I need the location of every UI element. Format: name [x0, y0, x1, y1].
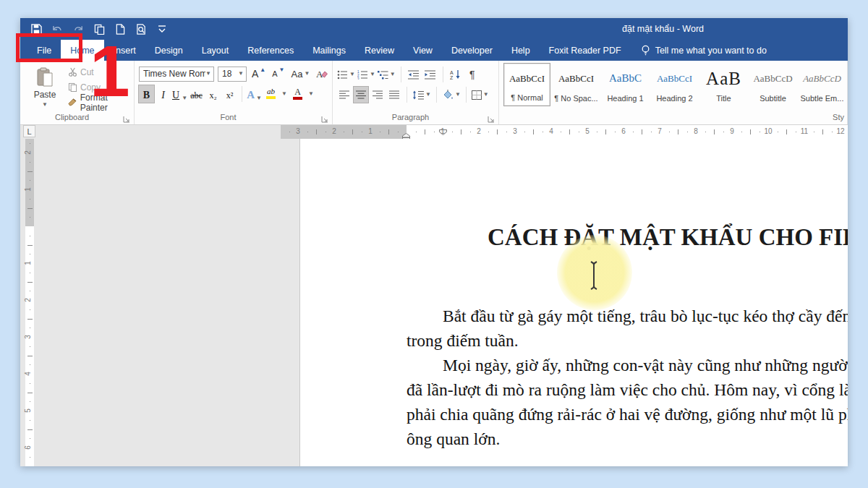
justify-icon [389, 90, 399, 99]
style-label: ¶ No Spac... [554, 94, 597, 103]
document-line: Bắt đầu từ gà gáy một tiếng, trâu bò lục… [443, 307, 848, 326]
shading-icon [442, 90, 454, 100]
shrink-font-button[interactable]: A▼ [271, 66, 286, 82]
ribbon: Paste ▼ Cut Copy Format Painter Clipboar… [20, 61, 848, 125]
ribbon-tab[interactable]: Design [145, 40, 192, 61]
font-name-dropdown-icon[interactable]: ▼ [205, 71, 211, 77]
annotation-step-number: 1 [90, 35, 130, 107]
ribbon-tab[interactable]: Developer [442, 40, 502, 61]
svg-text:A: A [316, 69, 323, 80]
style-card[interactable]: AaBbCcI Heading 2 [651, 63, 698, 106]
highlight-glyph: ab [267, 87, 275, 95]
align-left-icon [339, 90, 349, 99]
increase-indent-icon [425, 70, 435, 80]
clipboard-dialog-launcher-icon[interactable] [123, 113, 132, 121]
ribbon-tab[interactable]: Review [355, 40, 404, 61]
multilevel-list-button[interactable]: ▼ [378, 67, 396, 82]
text-highlight-button[interactable]: ab [263, 85, 278, 103]
pilcrow-glyph: ¶ [469, 69, 475, 80]
title-bar: đặt mật khẩu - Word [20, 18, 848, 40]
document-canvas[interactable]: CÁCH ĐẶT MẬT KHẨU CHO FILE Bắt đầu từ gà… [20, 139, 848, 466]
bullets-button[interactable]: ▼ [337, 67, 355, 82]
superscript-button[interactable]: x² [222, 85, 237, 103]
borders-button[interactable]: ▼ [472, 87, 489, 103]
document-line: Mọi ngày, giờ ấy, những con-vật này cũng… [443, 356, 848, 375]
ribbon-tab[interactable]: References [238, 40, 303, 61]
grow-font-glyph: A [252, 68, 258, 80]
tab-selector[interactable]: L [23, 125, 35, 137]
decrease-indent-icon [408, 70, 419, 80]
customize-qat-icon[interactable] [156, 23, 168, 35]
text-cursor-icon [588, 260, 600, 291]
align-center-button[interactable] [354, 87, 368, 103]
style-card[interactable]: AaB Title [700, 63, 747, 106]
align-right-button[interactable] [370, 87, 385, 103]
shading-button[interactable]: ▼ [442, 87, 461, 103]
show-formatting-button[interactable]: ¶ [465, 67, 480, 82]
style-label: Subtitle [760, 94, 786, 103]
style-card[interactable]: AaBbCcD Subtitle [749, 63, 796, 106]
align-left-button[interactable] [337, 87, 352, 103]
style-card[interactable]: AaBbCcD Subtle Em... [799, 63, 846, 106]
ribbon-tab[interactable]: Mailings [303, 40, 355, 61]
lightbulb-icon [641, 45, 650, 56]
svg-text:A: A [450, 70, 454, 75]
sort-button[interactable]: AZ [448, 67, 463, 82]
style-label: Heading 1 [607, 94, 643, 103]
font-size-combobox[interactable]: 18 ▼ [218, 67, 247, 82]
font-group: Times New Roma ▼ 18 ▼ A▲ A▼ Aa▼ A B I U▼… [135, 61, 333, 124]
bold-glyph: B [143, 90, 150, 101]
ribbon-tab[interactable]: Foxit Reader PDF [540, 40, 631, 61]
shrink-font-glyph: A [272, 69, 277, 78]
strikethrough-button[interactable]: abc [189, 85, 204, 103]
tell-me-box[interactable]: Tell me what you want to do [641, 40, 767, 61]
style-card[interactable]: AaBbCcI ¶ No Spac... [553, 63, 600, 106]
vertical-ruler[interactable]: 21123456 [20, 139, 36, 466]
clear-formatting-button[interactable]: A [315, 66, 329, 82]
paste-dropdown-icon[interactable]: ▼ [42, 102, 48, 108]
decrease-indent-button[interactable] [407, 67, 421, 82]
align-right-icon [373, 90, 383, 99]
font-size-dropdown-icon[interactable]: ▼ [238, 71, 244, 77]
subscript-button[interactable]: x₂ [205, 85, 221, 103]
text-effects-button[interactable]: A▼ [247, 85, 262, 103]
styles-gallery: AaBbCcI ¶ Normal AaBbCcI ¶ No Spac... Aa… [503, 63, 846, 106]
style-card[interactable]: AaBbCcI ¶ Normal [503, 63, 550, 106]
change-case-glyph: Aa [292, 69, 303, 80]
ribbon-tab[interactable]: Layout [192, 40, 239, 61]
italic-button[interactable]: I [156, 85, 171, 103]
print-preview-icon[interactable] [135, 23, 147, 35]
font-dialog-launcher-icon[interactable] [321, 113, 330, 121]
paragraph-group: ▼ 123 ▼ ▼ AZ [333, 61, 499, 124]
document-page[interactable]: CÁCH ĐẶT MẬT KHẨU CHO FILE Bắt đầu từ gà… [300, 139, 848, 466]
justify-button[interactable] [387, 87, 401, 103]
numbering-button[interactable]: 123 ▼ [357, 67, 375, 82]
increase-indent-button[interactable] [423, 67, 438, 82]
font-size-value: 18 [222, 69, 238, 79]
strikethrough-glyph: abc [190, 90, 203, 101]
align-center-icon [356, 90, 366, 99]
paste-button[interactable]: Paste ▼ [27, 65, 62, 110]
paste-label: Paste [34, 90, 56, 100]
document-line: ông quan lớn. [407, 429, 500, 449]
font-color-glyph: A [294, 87, 301, 96]
svg-text:3: 3 [357, 77, 359, 80]
grow-font-button[interactable]: A▲ [250, 66, 267, 82]
change-case-button[interactable]: Aa▼ [290, 66, 312, 82]
svg-text:Z: Z [450, 75, 454, 80]
style-label: Title [716, 94, 731, 103]
line-spacing-button[interactable]: ▼ [412, 87, 431, 103]
style-card[interactable]: AaBbC Heading 1 [602, 63, 649, 106]
font-color-button[interactable]: A [290, 85, 305, 103]
horizontal-ruler[interactable]: L 321123456789101112 [20, 125, 848, 139]
borders-icon [472, 90, 482, 100]
ribbon-tab[interactable]: View [404, 40, 442, 61]
paragraph-dialog-launcher-icon[interactable] [488, 113, 496, 121]
sort-icon: AZ [450, 69, 461, 80]
ribbon-tab[interactable]: Help [502, 40, 540, 61]
underline-button[interactable]: U▼ [172, 85, 187, 103]
style-preview: AaBbCcI [558, 63, 594, 94]
font-name-combobox[interactable]: Times New Roma ▼ [139, 67, 214, 82]
bold-button[interactable]: B [139, 85, 154, 103]
subscript-glyph: x₂ [209, 90, 216, 101]
